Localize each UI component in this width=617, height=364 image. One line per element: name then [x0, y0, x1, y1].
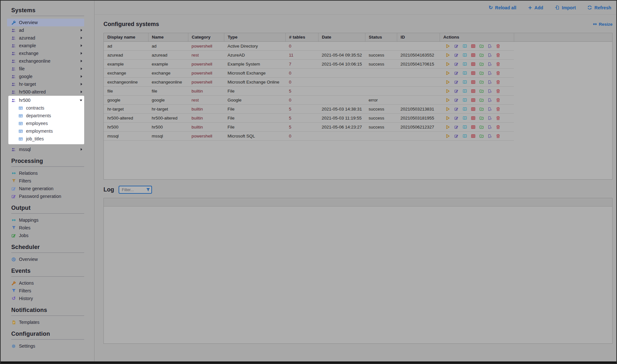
resize-link[interactable]: ↔ Resize [593, 22, 613, 27]
column-header-date[interactable]: Date [318, 33, 365, 41]
column-header-type[interactable]: Type [224, 33, 285, 41]
caret-down-icon[interactable] [80, 100, 82, 101]
delete-action-icon[interactable] [496, 89, 500, 93]
tables-action-icon[interactable] [471, 98, 475, 102]
delete-action-icon[interactable] [496, 98, 500, 102]
column-header-status[interactable]: Status [365, 33, 397, 41]
sidebar-item-hr500-altered[interactable]: hr500-altered [7, 88, 84, 96]
export-action-icon[interactable] [488, 116, 492, 120]
read-action-icon[interactable] [463, 107, 467, 111]
read-action-icon[interactable] [463, 134, 467, 138]
edit-action-icon[interactable] [454, 80, 459, 84]
edit-action-icon[interactable] [454, 116, 459, 120]
run-action-icon[interactable] [446, 125, 450, 129]
caret-right-icon[interactable] [81, 44, 82, 47]
run-action-icon[interactable] [446, 71, 450, 75]
export-action-icon[interactable] [488, 134, 492, 138]
tables-action-icon[interactable] [471, 107, 475, 111]
open-folder-action-icon[interactable] [479, 80, 484, 84]
sidebar-item-overview[interactable]: Overview [7, 19, 84, 26]
sidebar-item-jobs[interactable]: Jobs [7, 232, 84, 239]
caret-right-icon[interactable] [81, 83, 82, 85]
read-action-icon[interactable] [463, 116, 467, 120]
open-folder-action-icon[interactable] [479, 62, 484, 66]
hr500-table-employments[interactable]: employments [7, 127, 84, 135]
edit-action-icon[interactable] [454, 125, 459, 129]
sidebar-item-exchange[interactable]: exchange [7, 49, 84, 57]
read-action-icon[interactable] [463, 80, 467, 84]
edit-action-icon[interactable] [454, 62, 459, 66]
tables-action-icon[interactable] [471, 44, 475, 48]
run-action-icon[interactable] [446, 107, 450, 111]
sidebar-item-templates[interactable]: Templates [7, 318, 84, 326]
sidebar-item-name-generation[interactable]: Name generation [7, 185, 84, 192]
read-action-icon[interactable] [463, 44, 467, 48]
export-action-icon[interactable] [488, 80, 492, 84]
open-folder-action-icon[interactable] [479, 53, 484, 57]
delete-action-icon[interactable] [496, 71, 500, 75]
delete-action-icon[interactable] [496, 134, 500, 138]
caret-right-icon[interactable] [81, 29, 82, 31]
tables-action-icon[interactable] [471, 71, 475, 75]
export-action-icon[interactable] [488, 71, 492, 75]
tables-action-icon[interactable] [471, 116, 475, 120]
tables-action-icon[interactable] [471, 53, 475, 57]
caret-right-icon[interactable] [81, 37, 82, 39]
caret-right-icon[interactable] [81, 52, 82, 55]
hr500-table-departments[interactable]: departments [7, 112, 84, 120]
run-action-icon[interactable] [446, 62, 450, 66]
run-action-icon[interactable] [446, 116, 450, 120]
reload-all-button[interactable]: ↻ Reload all [488, 5, 516, 10]
open-folder-action-icon[interactable] [479, 98, 484, 102]
tables-action-icon[interactable] [471, 62, 475, 66]
delete-action-icon[interactable] [496, 116, 500, 120]
read-action-icon[interactable] [463, 62, 467, 66]
sidebar-item-mssql[interactable]: mssql [7, 146, 84, 153]
run-action-icon[interactable] [446, 80, 450, 84]
run-action-icon[interactable] [446, 98, 450, 102]
open-folder-action-icon[interactable] [479, 107, 484, 111]
caret-right-icon[interactable] [81, 148, 82, 151]
export-action-icon[interactable] [488, 89, 492, 93]
column-header-actions[interactable]: Actions [440, 33, 514, 41]
column-header-tables[interactable]: # tables [285, 33, 318, 41]
run-action-icon[interactable] [446, 134, 450, 138]
open-folder-action-icon[interactable] [479, 44, 484, 48]
delete-action-icon[interactable] [496, 53, 500, 57]
refresh-button[interactable]: Refresh [587, 5, 611, 10]
hr500-table-job-titles[interactable]: job_titles [7, 135, 84, 143]
events-item-history[interactable]: ↺History [7, 295, 84, 302]
events-item-actions[interactable]: Actions [7, 279, 84, 287]
sidebar-item-file[interactable]: file [7, 65, 84, 73]
open-folder-action-icon[interactable] [479, 71, 484, 75]
sidebar-item-filters[interactable]: Filters [7, 177, 84, 185]
export-action-icon[interactable] [488, 107, 492, 111]
sidebar-item-google[interactable]: google [7, 73, 84, 80]
export-action-icon[interactable] [488, 62, 492, 66]
read-action-icon[interactable] [463, 125, 467, 129]
read-action-icon[interactable] [463, 53, 467, 57]
export-action-icon[interactable] [488, 53, 492, 57]
edit-action-icon[interactable] [454, 71, 459, 75]
open-folder-action-icon[interactable] [479, 89, 484, 93]
delete-action-icon[interactable] [496, 107, 500, 111]
export-action-icon[interactable] [488, 125, 492, 129]
sidebar-item-settings[interactable]: Settings [7, 342, 84, 350]
import-button[interactable]: Import [555, 5, 576, 10]
read-action-icon[interactable] [463, 98, 467, 102]
tables-action-icon[interactable] [471, 80, 475, 84]
edit-action-icon[interactable] [454, 44, 459, 48]
export-action-icon[interactable] [488, 44, 492, 48]
export-action-icon[interactable] [488, 98, 492, 102]
sidebar-item-relations[interactable]: ↔Relations [7, 169, 84, 177]
sidebar-item-roles[interactable]: Roles [7, 224, 84, 232]
caret-right-icon[interactable] [81, 75, 82, 78]
column-header-name[interactable]: Name [148, 33, 188, 41]
column-header-id[interactable]: ID [397, 33, 440, 41]
read-action-icon[interactable] [463, 89, 467, 93]
sidebar-item-example[interactable]: example [7, 42, 84, 49]
caret-right-icon[interactable] [81, 91, 82, 93]
tables-action-icon[interactable] [471, 89, 475, 93]
column-header-category[interactable]: Category [188, 33, 224, 41]
delete-action-icon[interactable] [496, 62, 500, 66]
